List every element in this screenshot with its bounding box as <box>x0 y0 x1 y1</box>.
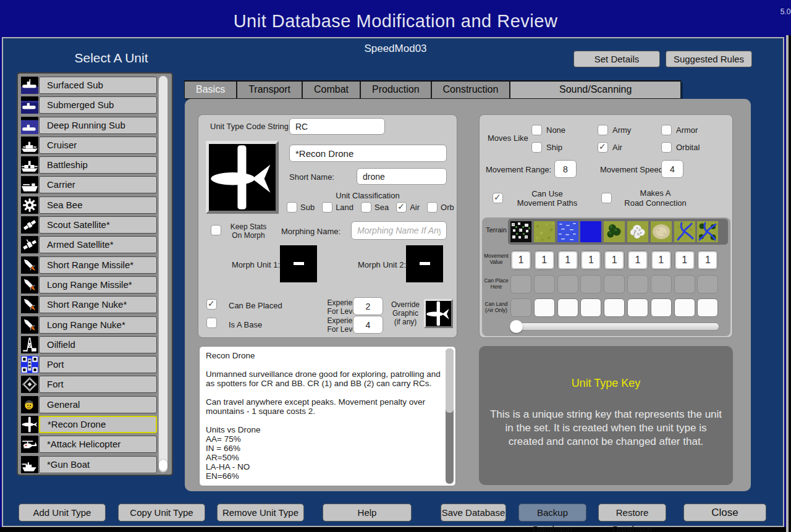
movement-value-cell[interactable]: 1 <box>534 250 555 270</box>
can-place-cell[interactable] <box>627 275 648 293</box>
checkbox[interactable] <box>598 125 608 135</box>
tab[interactable]: Sound/Scanning <box>510 82 681 99</box>
unit-name-input[interactable] <box>289 145 447 162</box>
can-place-cell[interactable] <box>580 275 601 293</box>
movement-value-cell[interactable]: 1 <box>580 250 601 270</box>
movement-value-cell[interactable]: 1 <box>627 250 648 270</box>
is-a-base-checkbox[interactable] <box>206 318 217 328</box>
unit-list-item[interactable]: Carrier <box>21 175 157 194</box>
description-scroll-thumb[interactable] <box>446 348 454 413</box>
unit-list-item[interactable]: *Attack Helicopter <box>21 435 157 454</box>
footer-button[interactable]: Save Database <box>441 504 506 521</box>
checkbox[interactable] <box>396 202 407 213</box>
checkbox[interactable] <box>531 142 542 153</box>
unit-list-item[interactable]: Long Range Nuke* <box>21 316 157 334</box>
can-place-cell[interactable] <box>557 275 578 293</box>
footer-button[interactable]: Remove Unit Type <box>217 504 304 521</box>
checkbox[interactable] <box>598 142 608 153</box>
exp-level3-input[interactable] <box>353 316 383 334</box>
can-land-cell[interactable] <box>604 298 625 317</box>
can-land-cell[interactable] <box>627 298 648 317</box>
checkbox[interactable] <box>661 142 672 153</box>
unit-list-item[interactable]: *Gun Boat <box>21 455 157 474</box>
unit-list-item[interactable]: Fort <box>21 375 157 394</box>
morphing-name-input[interactable] <box>351 221 447 240</box>
tab[interactable]: Construction <box>431 82 510 99</box>
footer-button[interactable]: Help <box>323 504 412 521</box>
unit-list-item[interactable]: Armed Satellite* <box>21 235 157 254</box>
movement-speed-input[interactable] <box>661 160 683 178</box>
suggested-rules-button[interactable]: Suggested Rules <box>666 51 752 67</box>
footer-button[interactable]: Restore Database <box>598 504 666 521</box>
footer-button[interactable]: Close <box>683 504 766 521</box>
can-place-cell[interactable] <box>534 275 555 293</box>
can-place-cell[interactable] <box>697 275 718 293</box>
can-land-cell[interactable] <box>557 298 578 317</box>
unit-list-item[interactable]: Short Range Missile* <box>21 256 157 274</box>
unit-list-item[interactable]: Deep Running Sub <box>21 116 157 135</box>
movement-value-cell[interactable]: 1 <box>510 250 531 270</box>
tab[interactable]: Transport <box>237 82 302 99</box>
unit-list-item[interactable]: Surfaced Sub <box>21 76 157 95</box>
tab[interactable]: Production <box>360 82 431 99</box>
movement-value-cell[interactable]: 1 <box>674 250 695 270</box>
checkbox[interactable] <box>531 125 542 135</box>
checkbox[interactable] <box>361 202 371 213</box>
can-be-placed-checkbox[interactable] <box>206 299 217 310</box>
unit-list-item[interactable]: Cruiser <box>21 136 157 154</box>
short-name-input[interactable] <box>357 168 447 185</box>
checkbox[interactable] <box>287 202 297 213</box>
unit-list-scrollbar[interactable] <box>158 75 168 473</box>
can-land-cell[interactable] <box>674 298 695 317</box>
morph-unit-2-slot[interactable] <box>406 245 443 282</box>
unit-list-item[interactable]: Short Range Nuke* <box>21 295 157 314</box>
unit-list-item[interactable]: Long Range Missile* <box>21 276 157 294</box>
terrain-scrollbar[interactable] <box>510 323 719 331</box>
movement-paths-checkbox[interactable] <box>493 193 503 203</box>
movement-value-cell[interactable]: 1 <box>697 250 718 270</box>
unit-list-item[interactable]: Oilfield <box>21 336 157 354</box>
terrain-scroll-thumb[interactable] <box>510 320 523 333</box>
unit-list-item[interactable]: Port <box>21 355 157 374</box>
can-land-cell[interactable] <box>510 298 531 317</box>
can-land-cell[interactable] <box>580 298 601 317</box>
unit-list-item[interactable]: Battleship <box>21 156 157 174</box>
footer-button[interactable]: Add Unit Type <box>19 504 106 521</box>
keep-stats-checkbox[interactable] <box>211 225 221 235</box>
override-graphic-slot[interactable] <box>424 299 453 328</box>
can-land-cell[interactable] <box>651 298 672 317</box>
unit-list-item[interactable]: Scout Satellite* <box>21 216 157 234</box>
can-place-cell[interactable] <box>651 275 672 293</box>
morph-unit-1-slot[interactable] <box>280 245 317 282</box>
can-land-cell[interactable] <box>534 298 555 317</box>
tab-bar: Basics Transport Combat Production Const… <box>184 80 681 99</box>
movement-value-cell[interactable]: 1 <box>557 250 578 270</box>
can-place-cell[interactable] <box>674 275 695 293</box>
checkbox[interactable] <box>661 125 672 135</box>
set-details-button[interactable]: Set Details <box>573 51 660 67</box>
unit-list-item[interactable]: *Recon Drone <box>21 415 157 434</box>
unit-list-item[interactable]: Sea Bee <box>21 196 157 214</box>
checkbox[interactable] <box>322 202 332 213</box>
road-connection-checkbox[interactable] <box>601 193 612 203</box>
description-scrollbar[interactable] <box>446 348 454 484</box>
forest-icon <box>604 221 625 242</box>
unit-list-scroll-thumb[interactable] <box>159 460 167 471</box>
exp-level2-input[interactable] <box>353 297 383 315</box>
footer-button[interactable]: Copy Unit Type <box>118 504 205 521</box>
checkbox[interactable] <box>427 202 438 213</box>
footer-button[interactable]: Backup Database <box>518 504 586 521</box>
movement-value-cells: 111111111 <box>510 250 718 270</box>
description-textarea[interactable]: Recon Drone Unmanned surveillance drone … <box>199 346 456 486</box>
movement-value-cell[interactable]: 1 <box>651 250 672 270</box>
movement-value-cell[interactable]: 1 <box>604 250 625 270</box>
tab[interactable]: Combat <box>302 82 360 99</box>
can-land-cell[interactable] <box>697 298 718 317</box>
tab[interactable]: Basics <box>184 82 237 99</box>
code-string-input[interactable] <box>289 118 385 135</box>
can-place-cell[interactable] <box>510 275 531 293</box>
movement-range-input[interactable] <box>554 160 577 178</box>
can-place-cell[interactable] <box>604 275 625 293</box>
unit-list-item[interactable]: General <box>21 395 157 414</box>
unit-list-item[interactable]: Submerged Sub <box>21 96 157 114</box>
